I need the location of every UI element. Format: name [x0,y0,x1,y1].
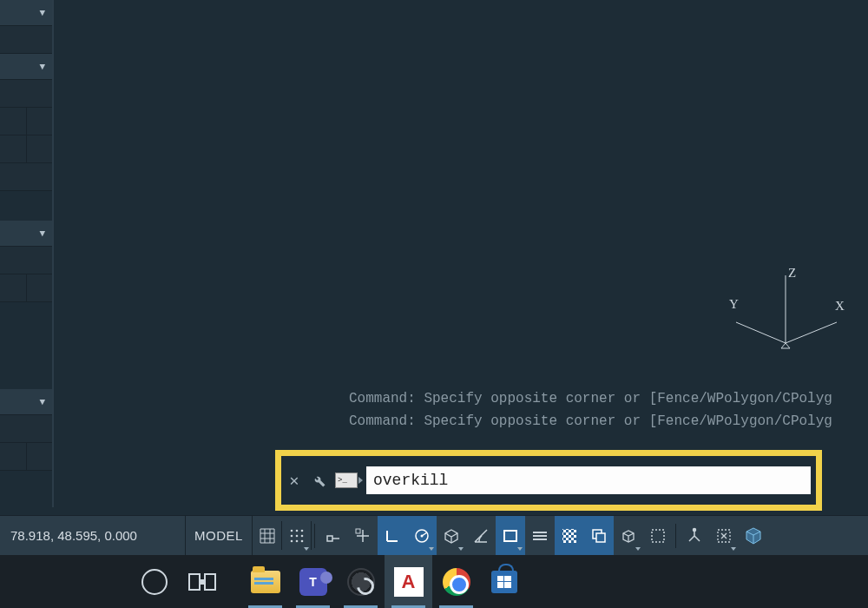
svg-rect-23 [652,530,664,542]
teams-button[interactable]: T [289,555,337,608]
chrome-button[interactable] [432,555,480,608]
osnap-rect-icon[interactable] [496,516,525,555]
gizmo-icon[interactable] [709,516,739,555]
viewcube-icon[interactable] [739,516,768,555]
palette-dropdown-4[interactable]: ▼ [0,389,52,415]
svg-point-11 [296,539,299,542]
ucs-y-label: Y [729,297,739,311]
selection-cycling-icon[interactable] [584,516,614,555]
rail-divider [52,0,54,507]
palette-slot[interactable] [0,80,52,108]
store-icon [491,571,517,593]
command-history-line: Command: Specify opposite corner or [Fen… [349,412,868,431]
autocad-icon: A [394,567,424,597]
svg-point-10 [291,539,293,542]
ucs-axes-icon: Z Y X [720,265,851,369]
svg-rect-20 [562,529,576,543]
perp-icon[interactable] [378,516,407,555]
teams-icon: T [299,568,327,596]
task-view-icon [188,572,216,592]
polar-icon[interactable] [407,516,437,555]
svg-point-6 [301,529,304,532]
svg-point-4 [291,529,293,532]
angle-icon[interactable] [466,516,496,555]
wrench-icon[interactable] [311,473,326,488]
folder-icon [251,571,280,593]
svg-point-8 [296,534,299,537]
cortana-button[interactable] [130,555,178,608]
isometric-icon[interactable] [437,516,466,555]
svg-marker-3 [781,343,790,348]
3d-osnap-icon[interactable] [614,516,643,555]
windows-taskbar: T A [0,555,868,608]
palette-slot[interactable] [0,415,52,443]
svg-point-24 [693,528,695,531]
snap-icon[interactable] [319,516,348,555]
command-line-highlight: ✕ >_ [275,450,822,511]
svg-point-9 [301,534,304,537]
linetype-icon[interactable] [525,516,555,555]
cortana-icon [141,569,168,595]
status-bar: 78.918, 48.595, 0.000 MODEL [0,515,868,555]
palette-dropdown-1[interactable]: ▼ [0,0,52,26]
svg-point-7 [291,534,293,537]
microsoft-store-button[interactable] [480,555,528,608]
ucs-x-label: X [835,299,845,313]
dynamic-ucs-icon[interactable] [643,516,673,555]
svg-rect-14 [356,529,360,533]
svg-line-2 [786,322,837,343]
filter-icon[interactable] [680,516,709,555]
palette-slot[interactable] [0,163,52,191]
command-input[interactable] [373,472,804,489]
grid-dots-icon[interactable] [282,516,312,555]
grid-icon[interactable] [253,516,282,555]
ucs-z-label: Z [788,266,796,280]
close-icon[interactable]: ✕ [286,471,302,490]
palette-dropdown-2[interactable]: ▼ [0,54,52,80]
ortho-plus-icon[interactable] [348,516,378,555]
autocad-button[interactable]: A [385,555,432,608]
command-history-line: Command: Specify opposite corner or [Fen… [349,389,868,408]
transparency-icon[interactable] [555,516,584,555]
svg-point-16 [420,534,423,537]
task-view-button[interactable] [178,555,226,608]
svg-line-1 [736,322,786,343]
svg-rect-17 [504,531,516,541]
command-input-wrap [366,466,811,494]
model-space-button[interactable]: MODEL [186,516,253,555]
palette-split-row[interactable] [0,108,52,135]
svg-rect-22 [596,533,605,542]
palette-split-row[interactable] [0,135,52,163]
chrome-icon [443,568,470,596]
palette-slot[interactable] [0,247,52,274]
left-palette-rail: ▼ ▼ ▼ ▼ [0,0,52,507]
svg-rect-13 [327,536,332,541]
palette-split-row[interactable] [0,443,52,471]
coordinates-readout[interactable]: 78.918, 48.595, 0.000 [0,516,186,555]
palette-slot[interactable] [0,26,52,54]
command-history: Command: Specify opposite corner or [Fen… [349,389,868,431]
svg-point-5 [296,529,299,532]
palette-dropdown-3[interactable]: ▼ [0,221,52,247]
command-prompt-icon[interactable]: >_ [335,473,358,488]
file-explorer-button[interactable] [241,555,289,608]
palette-split-row[interactable] [0,274,52,302]
svg-point-12 [301,539,304,542]
obs-icon [347,568,375,596]
obs-button[interactable] [337,555,385,608]
